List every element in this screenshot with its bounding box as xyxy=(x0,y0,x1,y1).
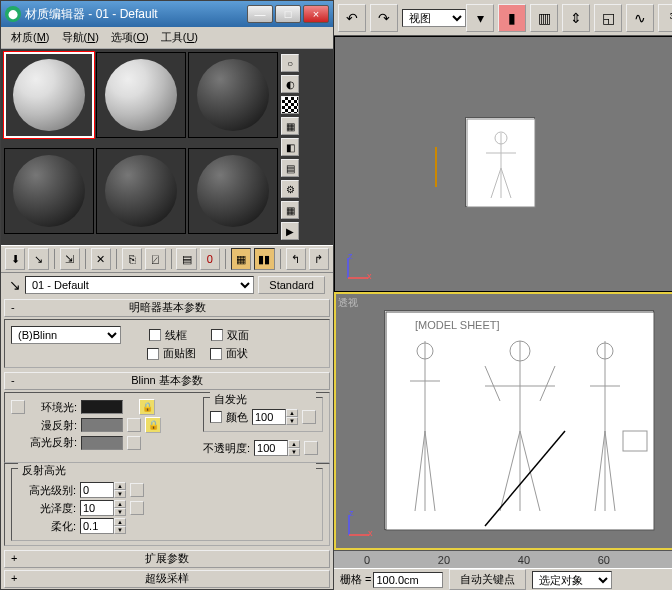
make-copy-icon[interactable]: ⎘ xyxy=(122,248,142,270)
spec-level-spinner[interactable] xyxy=(80,482,114,498)
show-end-result-icon[interactable]: ▮▮ xyxy=(254,248,274,270)
snap-toggle-icon[interactable]: ³ xyxy=(658,4,672,32)
expand-icon: + xyxy=(11,572,17,584)
keymode-select[interactable]: 选定对象 xyxy=(532,571,612,589)
spinner-arrows[interactable]: ▲▼ xyxy=(288,440,300,456)
selfillum-spinner[interactable] xyxy=(252,409,286,425)
spec-level-map-button[interactable] xyxy=(130,483,144,497)
close-button[interactable]: × xyxy=(303,5,329,23)
spinner-arrows[interactable]: ▲▼ xyxy=(114,482,126,498)
diffuse-map-button[interactable] xyxy=(127,418,141,432)
time-slider[interactable]: 0 20 40 60 80 100 xyxy=(334,550,672,568)
axis-gizmo: zx xyxy=(343,253,373,283)
ambient-diffuse-lock-icon[interactable]: 🔒 xyxy=(139,399,155,415)
material-type-button[interactable]: Standard xyxy=(258,276,325,294)
go-forward-icon[interactable]: ↱ xyxy=(309,248,329,270)
faceted-checkbox[interactable] xyxy=(210,348,222,360)
facemap-checkbox[interactable] xyxy=(147,348,159,360)
minimize-button[interactable]: — xyxy=(247,5,273,23)
selection-lock-icon[interactable]: ▮ xyxy=(498,4,526,32)
mirror-icon[interactable]: ▥ xyxy=(530,4,558,32)
wireframe-checkbox[interactable] xyxy=(149,329,161,341)
expand-icon: + xyxy=(11,552,17,564)
redo-icon[interactable]: ↷ xyxy=(370,4,398,32)
status-bar: 栅格 = 自动关键点 选定对象 xyxy=(334,568,672,590)
twosided-checkbox[interactable] xyxy=(211,329,223,341)
sample-slot-1[interactable] xyxy=(4,52,94,138)
layers-icon[interactable]: ◱ xyxy=(594,4,622,32)
grid-field[interactable] xyxy=(373,572,443,588)
sample-slot-4[interactable] xyxy=(4,148,94,234)
make-preview-icon[interactable]: ▤ xyxy=(281,159,299,177)
pick-material-icon[interactable]: ↘ xyxy=(9,277,21,293)
selfillum-group-label: 自发光 xyxy=(210,392,316,407)
specular-swatch[interactable] xyxy=(81,436,123,450)
viewport-perspective[interactable]: 透视 [MODEL SHEET] zx xyxy=(334,292,672,550)
soften-spinner[interactable] xyxy=(80,518,114,534)
spinner-arrows[interactable]: ▲▼ xyxy=(286,409,298,425)
material-map-navigator-icon[interactable]: ▶ xyxy=(281,222,299,240)
gloss-label: 光泽度: xyxy=(18,501,76,516)
sample-slot-3[interactable] xyxy=(188,52,278,138)
menu-tools[interactable]: 工具(U) xyxy=(155,28,204,47)
put-to-library-icon[interactable]: ▤ xyxy=(176,248,196,270)
undo-icon[interactable]: ↶ xyxy=(338,4,366,32)
curve-editor-icon[interactable]: ∿ xyxy=(626,4,654,32)
dropdown-icon[interactable]: ▾ xyxy=(466,4,494,32)
rollout-shader-basic[interactable]: -明暗器基本参数 xyxy=(4,299,330,317)
shader-select[interactable]: (B)Blinn xyxy=(11,326,121,344)
reference-image-plane[interactable]: [MODEL SHEET] xyxy=(384,310,654,530)
sample-uv-icon[interactable]: ▦ xyxy=(281,117,299,135)
material-name-select[interactable]: 01 - Default xyxy=(25,276,254,294)
opacity-map-button[interactable] xyxy=(304,441,318,455)
reset-icon[interactable]: ✕ xyxy=(91,248,111,270)
ambient-swatch[interactable] xyxy=(81,400,123,414)
spinner-arrows[interactable]: ▲▼ xyxy=(114,518,126,534)
selfillum-map-button[interactable] xyxy=(302,410,316,424)
options-icon[interactable]: ⚙ xyxy=(281,180,299,198)
assign-to-selection-icon[interactable]: ⇲ xyxy=(60,248,80,270)
make-unique-icon[interactable]: ⍁ xyxy=(145,248,165,270)
opacity-spinner[interactable] xyxy=(254,440,288,456)
rollout-blinn-basic[interactable]: -Blinn 基本参数 xyxy=(4,372,330,390)
maximize-button[interactable]: □ xyxy=(275,5,301,23)
menu-navigation[interactable]: 导航(N) xyxy=(56,28,105,47)
select-by-material-icon[interactable]: ▦ xyxy=(281,201,299,219)
rollout-extended[interactable]: +扩展参数 xyxy=(4,550,330,568)
reference-image-plane[interactable] xyxy=(465,117,535,207)
reference-coord-select[interactable]: 视图 xyxy=(402,9,466,27)
get-material-icon[interactable]: ⬇ xyxy=(5,248,25,270)
ambient-lock-icon[interactable] xyxy=(11,400,25,414)
menu-options[interactable]: 选项(O) xyxy=(105,28,155,47)
viewport-top[interactable]: zx xyxy=(334,36,672,292)
sample-slot-5[interactable] xyxy=(96,148,186,234)
autokey-button[interactable]: 自动关键点 xyxy=(449,569,526,590)
separator xyxy=(280,249,281,269)
gloss-map-button[interactable] xyxy=(130,501,144,515)
show-map-icon[interactable]: ▦ xyxy=(231,248,251,270)
specular-label: 高光反射: xyxy=(29,435,77,450)
spinner-arrows[interactable]: ▲▼ xyxy=(114,500,126,516)
window-title: 材质编辑器 - 01 - Default xyxy=(25,6,245,23)
gloss-spinner[interactable] xyxy=(80,500,114,516)
align-icon[interactable]: ⇕ xyxy=(562,4,590,32)
backlight-icon[interactable]: ◐ xyxy=(281,75,299,93)
video-color-icon[interactable]: ◧ xyxy=(281,138,299,156)
background-icon[interactable] xyxy=(281,96,299,114)
rollout-supersample[interactable]: +超级采样 xyxy=(4,570,330,588)
sample-type-icon[interactable]: ○ xyxy=(281,54,299,72)
sample-slot-2[interactable] xyxy=(96,52,186,138)
diffuse-specular-lock-icon[interactable]: 🔒 xyxy=(145,417,161,433)
opacity-label: 不透明度: xyxy=(203,441,250,456)
put-to-scene-icon[interactable]: ↘ xyxy=(28,248,48,270)
go-to-parent-icon[interactable]: ↰ xyxy=(286,248,306,270)
diffuse-swatch[interactable] xyxy=(81,418,123,432)
selfillum-color-checkbox[interactable] xyxy=(210,411,222,423)
menu-material[interactable]: 材质(M) xyxy=(5,28,56,47)
sample-slot-6[interactable] xyxy=(188,148,278,234)
material-id-icon[interactable]: 0 xyxy=(200,248,220,270)
specular-map-button[interactable] xyxy=(127,436,141,450)
rollout-area[interactable]: -明暗器基本参数 (B)Blinn 线框 双面 面贴图 面状 -Blinn 基本… xyxy=(1,297,333,589)
material-sphere xyxy=(105,59,177,131)
material-editor-titlebar[interactable]: ⬤ 材质编辑器 - 01 - Default — □ × xyxy=(1,1,333,27)
